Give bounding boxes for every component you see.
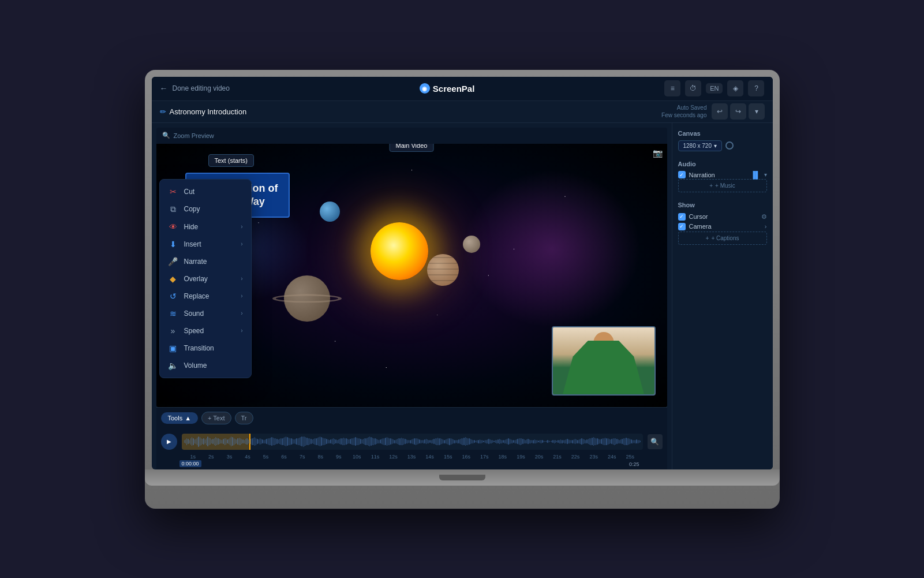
waveform-bar <box>503 440 503 443</box>
menu-item-transition[interactable]: ▣ Transition <box>160 340 251 357</box>
waveform-bar <box>358 438 358 445</box>
waveform-bar <box>567 439 567 444</box>
menu-insert-label: Insert <box>184 240 201 248</box>
waveform-bar <box>218 438 218 445</box>
waveform-bar <box>409 440 409 443</box>
waveform-bar <box>290 438 290 445</box>
zoom-label: Zoom Preview <box>174 132 214 139</box>
camera-overlay[interactable]: Camera <box>552 326 656 396</box>
redo-button[interactable]: ↪ <box>730 103 746 120</box>
language-button[interactable]: EN <box>706 83 723 94</box>
time-marker-6s: 6s <box>275 454 293 460</box>
menu-item-copy[interactable]: ⧉ Copy <box>160 200 251 218</box>
waveform-bar <box>585 440 586 443</box>
menu-item-narrate[interactable]: 🎤 Narrate <box>160 253 251 270</box>
menu-item-speed[interactable]: » Speed › <box>160 322 251 340</box>
waveform-bar <box>615 438 616 445</box>
canvas-size-selector[interactable]: 1280 x 720 ▾ <box>678 140 723 151</box>
play-button[interactable]: ▶ <box>161 434 177 450</box>
waveform-bar <box>481 440 481 443</box>
tr-button[interactable]: Tr <box>235 412 253 424</box>
waveform-bar <box>324 438 324 445</box>
waveform-bar <box>611 439 612 444</box>
timeline-ruler: 1s 2s 3s 4s 5s 6s 7s 8s 9s 10s 11s 12s <box>161 452 663 461</box>
cursor-checkbox[interactable]: ✓ <box>678 213 686 221</box>
list-icon-button[interactable]: ≡ <box>664 80 680 96</box>
menu-cut-label: Cut <box>184 188 195 196</box>
tools-label: Tools <box>168 415 183 422</box>
waveform-bar <box>266 439 267 444</box>
waveform-bar <box>619 440 620 443</box>
add-captions-button[interactable]: + + Captions <box>678 232 767 245</box>
waveform-bar <box>614 438 615 445</box>
menu-item-insert[interactable]: ⬇ Insert › <box>160 236 251 253</box>
speed-icon: » <box>168 326 178 335</box>
tools-button[interactable]: Tools ▲ <box>161 412 199 424</box>
undo-button[interactable]: ↩ <box>712 103 728 120</box>
add-text-button[interactable]: + Text <box>201 412 231 424</box>
waveform-bar <box>551 441 552 442</box>
waveform-bar <box>240 438 241 445</box>
timeline-track[interactable] <box>182 434 643 450</box>
waveform-bar <box>522 439 523 444</box>
waveform-bar <box>603 438 603 445</box>
narration-row: ✓ Narration ▐▌ ▾ <box>678 171 767 179</box>
waveform-bar <box>613 438 613 445</box>
waveform-bar <box>306 438 307 446</box>
waveform-bar <box>639 440 639 443</box>
camera-expand-icon[interactable]: › <box>765 223 767 230</box>
volume-icon: 🔈 <box>168 361 178 370</box>
waveform-bar <box>486 440 487 443</box>
laptop-base <box>145 469 780 486</box>
waveform-bar <box>581 438 582 445</box>
more-button[interactable]: ▾ <box>749 103 765 120</box>
narration-expand-icon[interactable]: ▾ <box>764 171 767 178</box>
help-icon-button[interactable]: ? <box>748 80 764 96</box>
second-bar-right: Auto Saved Few seconds ago ↩ ↪ ▾ <box>661 103 764 120</box>
waveform-bar <box>319 437 319 446</box>
add-captions-label: + Captions <box>711 235 739 241</box>
time-marker-8s: 8s <box>311 454 330 460</box>
auto-saved-line2: Few seconds ago <box>661 111 706 119</box>
waveform-bar <box>623 438 624 445</box>
jupiter-bands <box>427 254 459 286</box>
menu-item-overlay[interactable]: ◆ Overlay › <box>160 270 251 288</box>
add-music-label: + Music <box>715 182 735 189</box>
waveform-bar <box>229 439 229 444</box>
history-icon-button[interactable]: ⏱ <box>685 80 701 96</box>
waveform-bar <box>622 439 622 444</box>
waveform-bar <box>379 440 379 443</box>
screenshot-icon[interactable]: 📷 <box>653 148 663 158</box>
add-music-button[interactable]: + + Music <box>678 179 767 192</box>
waveform-bar <box>308 438 309 445</box>
menu-item-cut[interactable]: ✂ Cut <box>160 183 251 200</box>
waveform-bar <box>230 438 230 446</box>
camera-show-label: Camera <box>689 223 761 230</box>
cursor-settings-icon[interactable]: ⚙ <box>761 213 767 221</box>
canvas-circle-icon <box>725 141 734 150</box>
back-arrow-icon: ← <box>160 84 168 93</box>
waveform-bar <box>320 437 320 446</box>
waveform-bar <box>375 438 375 445</box>
waveform-bar <box>442 439 442 444</box>
menu-item-replace[interactable]: ↺ Replace › <box>160 288 251 305</box>
narration-checkbox[interactable]: ✓ <box>678 171 686 178</box>
waveform-bar <box>507 439 507 444</box>
menu-item-hide[interactable]: 👁 Hide › <box>160 218 251 236</box>
timeline-search-button[interactable]: 🔍 <box>648 434 663 449</box>
tools-arrow-icon: ▲ <box>185 415 191 422</box>
camera-checkbox[interactable]: ✓ <box>678 223 686 230</box>
waveform-bar <box>312 439 313 444</box>
waveform-bar <box>184 440 185 443</box>
menu-item-sound[interactable]: ≋ Sound › <box>160 305 251 322</box>
waveform-bar <box>519 438 519 445</box>
menu-item-volume[interactable]: 🔈 Volume <box>160 357 251 374</box>
waveform-bar <box>250 439 251 444</box>
layers-icon-button[interactable]: ◈ <box>727 80 743 96</box>
time-marker-24s: 24s <box>603 454 621 460</box>
back-button[interactable]: ← Done editing video <box>160 84 230 93</box>
waveform-bar <box>435 438 436 445</box>
timeline-waveform <box>182 434 643 450</box>
tools-menu: ✂ Cut ⧉ Copy 👁 Hide › <box>159 179 252 378</box>
undo-redo: ↩ ↪ ▾ <box>712 103 765 120</box>
